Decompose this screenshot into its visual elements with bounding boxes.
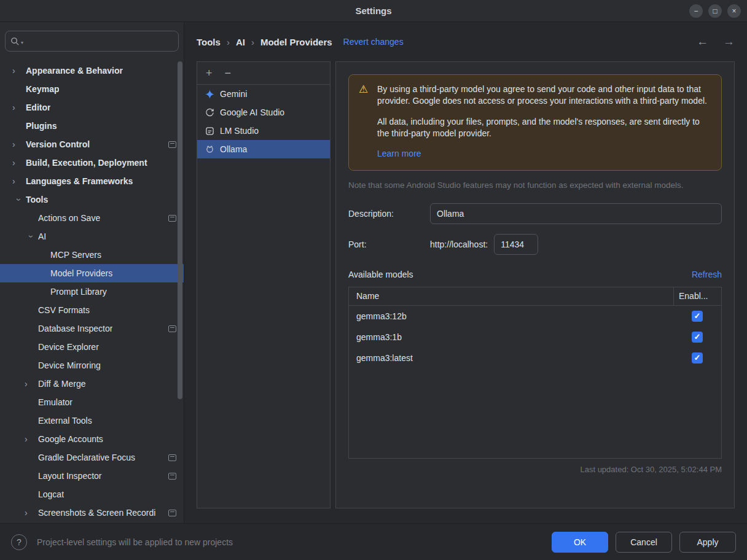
- provider-list-panel: + − GeminiGoogle AI StudioLM StudioOllam…: [197, 61, 330, 508]
- breadcrumb-item-ai[interactable]: AI: [236, 37, 245, 47]
- project-level-icon: [168, 215, 176, 222]
- chevron-right-icon[interactable]: ›: [25, 379, 38, 389]
- port-prefix: http://localhost:: [430, 239, 488, 249]
- model-name: gemma3:12b: [349, 311, 673, 321]
- provider-item-label: Gemini: [220, 89, 247, 99]
- cancel-button[interactable]: Cancel: [616, 532, 672, 553]
- sidebar-item-label: Gradle Declarative Focus: [38, 453, 135, 462]
- sidebar-item-layout-inspector[interactable]: Layout Inspector: [0, 467, 184, 485]
- maximize-button[interactable]: □: [708, 4, 722, 18]
- sidebar-item-google-accounts[interactable]: ›Google Accounts: [0, 430, 184, 448]
- model-providers-content: + − GeminiGoogle AI StudioLM StudioOllam…: [184, 61, 747, 508]
- sidebar-item-mcp-servers[interactable]: MCP Servers: [0, 246, 184, 264]
- sidebar-item-ai[interactable]: ›AI: [0, 227, 184, 246]
- sidebar-item-prompt-library[interactable]: Prompt Library: [0, 282, 184, 301]
- sidebar-item-appearance-behavior[interactable]: ›Appearance & Behavior: [0, 61, 184, 80]
- title-bar: Settings − □ ×: [0, 0, 747, 22]
- back-arrow-icon[interactable]: ←: [697, 35, 708, 49]
- sidebar-item-model-providers[interactable]: Model Providers: [0, 264, 184, 282]
- model-enabled-checkbox[interactable]: ✓: [692, 332, 703, 343]
- forward-arrow-icon[interactable]: →: [723, 35, 735, 49]
- revert-changes-link[interactable]: Revert changes: [343, 37, 404, 47]
- sidebar-item-emulator[interactable]: Emulator: [0, 393, 184, 411]
- sidebar-item-label: CSV Formats: [38, 305, 90, 315]
- description-field[interactable]: [430, 203, 722, 224]
- provider-item-gemini[interactable]: Gemini: [197, 85, 330, 103]
- sidebar-item-label: Languages & Frameworks: [26, 176, 133, 186]
- models-table-header: Name Enabl...: [349, 287, 721, 306]
- available-models-row: Available models Refresh: [348, 270, 722, 279]
- project-level-icon: [168, 325, 176, 332]
- sidebar-item-label: Emulator: [38, 397, 72, 407]
- search-input[interactable]: [25, 36, 173, 46]
- sidebar-item-gradle-declarative-focus[interactable]: Gradle Declarative Focus: [0, 448, 184, 467]
- ok-button[interactable]: OK: [552, 532, 608, 553]
- breadcrumb-item-tools[interactable]: Tools: [197, 37, 221, 47]
- sidebar-item-languages-frameworks[interactable]: ›Languages & Frameworks: [0, 172, 184, 190]
- sidebar-item-external-tools[interactable]: External Tools: [0, 411, 184, 430]
- sidebar-item-label: Layout Inspector: [38, 471, 102, 481]
- provider-item-ollama[interactable]: Ollama: [197, 140, 330, 158]
- settings-search-box[interactable]: ▾: [5, 31, 179, 52]
- sidebar-item-actions-on-save[interactable]: Actions on Save: [0, 209, 184, 227]
- chevron-right-icon[interactable]: ›: [12, 158, 26, 168]
- chevron-right-icon[interactable]: ›: [12, 176, 26, 186]
- model-name: gemma3:1b: [349, 332, 673, 342]
- sidebar-item-label: Plugins: [26, 121, 57, 131]
- column-header-enabled[interactable]: Enabl...: [673, 287, 721, 305]
- sidebar-item-label: Device Mirroring: [38, 360, 101, 370]
- sidebar-item-label: Diff & Merge: [38, 379, 86, 389]
- model-enabled-checkbox[interactable]: ✓: [692, 352, 703, 364]
- provider-list: GeminiGoogle AI StudioLM StudioOllama: [197, 85, 330, 158]
- models-table-body: gemma3:12b✓gemma3:1b✓gemma3:latest✓: [349, 306, 721, 368]
- sidebar-item-tools[interactable]: ›Tools: [0, 190, 184, 209]
- breadcrumb: Tools › AI › Model Providers Revert chan…: [184, 22, 747, 61]
- column-header-name[interactable]: Name: [349, 287, 673, 305]
- sidebar-item-keymap[interactable]: Keymap: [0, 80, 184, 98]
- sidebar-item-screenshots-screen-recordi[interactable]: ›Screenshots & Screen Recordi: [0, 504, 184, 522]
- sidebar-scrollbar[interactable]: [178, 61, 182, 399]
- sidebar-item-label: Editor: [26, 103, 50, 112]
- help-icon[interactable]: ?: [11, 534, 27, 550]
- chevron-right-icon[interactable]: ›: [12, 66, 26, 76]
- project-level-icon: [168, 454, 176, 461]
- port-row: Port: http://localhost:: [348, 234, 722, 255]
- refresh-link[interactable]: Refresh: [692, 270, 722, 279]
- sidebar-item-device-explorer[interactable]: Device Explorer: [0, 338, 184, 356]
- chevron-right-icon[interactable]: ›: [25, 434, 38, 444]
- description-label: Description:: [348, 209, 430, 219]
- sidebar-item-device-mirroring[interactable]: Device Mirroring: [0, 356, 184, 375]
- chevron-down-icon[interactable]: ›: [14, 193, 24, 206]
- sidebar-item-version-control[interactable]: ›Version Control: [0, 135, 184, 154]
- chevron-right-icon[interactable]: ›: [12, 103, 26, 112]
- sidebar-item-diff-merge[interactable]: ›Diff & Merge: [0, 375, 184, 393]
- learn-more-link[interactable]: Learn more: [377, 148, 421, 160]
- chevron-right-icon[interactable]: ›: [25, 508, 38, 518]
- settings-sidebar: ▾ ›Appearance & BehaviorKeymap›EditorPlu…: [0, 22, 184, 523]
- provider-item-google-ai-studio[interactable]: Google AI Studio: [197, 103, 330, 122]
- remove-provider-button[interactable]: −: [225, 68, 232, 79]
- model-enabled-cell: ✓: [673, 311, 721, 322]
- sidebar-item-database-inspector[interactable]: Database Inspector: [0, 319, 184, 338]
- sidebar-item-logcat[interactable]: Logcat: [0, 485, 184, 504]
- sidebar-item-build-execution-deployment[interactable]: ›Build, Execution, Deployment: [0, 154, 184, 172]
- chevron-right-icon[interactable]: ›: [12, 139, 26, 149]
- description-row: Description:: [348, 203, 722, 224]
- sidebar-item-label: Database Inspector: [38, 324, 112, 333]
- sidebar-item-csv-formats[interactable]: CSV Formats: [0, 301, 184, 319]
- sidebar-item-plugins[interactable]: Plugins: [0, 117, 184, 135]
- apply-button[interactable]: Apply: [679, 532, 736, 553]
- add-provider-button[interactable]: +: [206, 68, 213, 79]
- minimize-button[interactable]: −: [689, 4, 703, 18]
- model-enabled-checkbox[interactable]: ✓: [692, 311, 703, 322]
- sidebar-item-label: Keymap: [26, 84, 59, 94]
- sidebar-item-editor[interactable]: ›Editor: [0, 98, 184, 117]
- available-models-label: Available models: [348, 270, 413, 279]
- sidebar-item-label: Version Control: [26, 139, 90, 149]
- close-button[interactable]: ×: [727, 4, 741, 18]
- chevron-down-icon[interactable]: ›: [26, 230, 36, 243]
- port-label: Port:: [348, 239, 430, 249]
- search-history-caret-icon: ▾: [21, 40, 23, 45]
- provider-item-lm-studio[interactable]: LM Studio: [197, 122, 330, 140]
- port-field[interactable]: [494, 234, 538, 255]
